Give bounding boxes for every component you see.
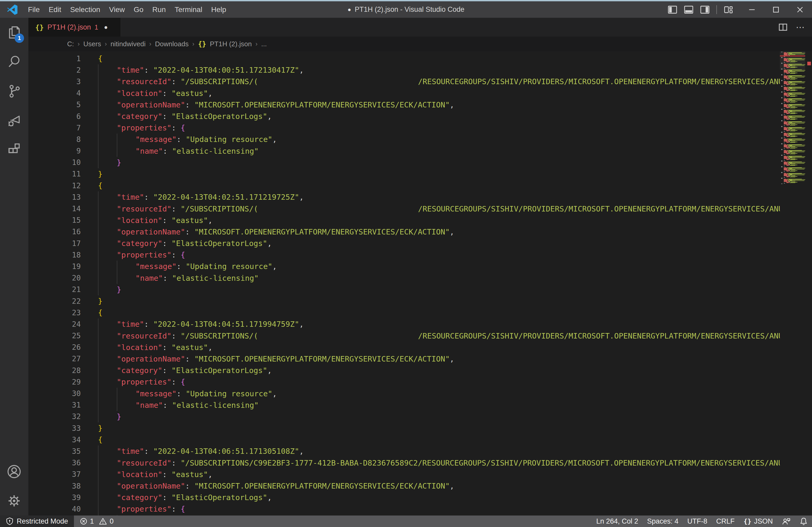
- cursor-position[interactable]: Ln 264, Col 2: [596, 517, 638, 525]
- code-token: "resourceId": [117, 458, 172, 467]
- code-line: 20"name": "elastic-licensing": [28, 272, 812, 284]
- code-token: {: [98, 181, 102, 190]
- code-token: "time": [117, 320, 144, 329]
- code-token: "time": [117, 193, 144, 201]
- toggle-panel-icon[interactable]: [684, 5, 693, 14]
- maximize-button[interactable]: [764, 1, 788, 18]
- problems-button[interactable]: 1 0: [74, 515, 119, 527]
- encoding[interactable]: UTF-8: [687, 517, 708, 525]
- customize-layout-icon[interactable]: [724, 5, 733, 14]
- code-token: :: [162, 112, 171, 121]
- notifications-bell-icon[interactable]: [799, 517, 808, 525]
- breadcrumb-item[interactable]: Downloads: [155, 40, 189, 48]
- minimize-button[interactable]: [740, 1, 764, 18]
- code-token: "location": [117, 89, 162, 98]
- indent-guide: [98, 157, 117, 168]
- code-token: :: [162, 470, 171, 479]
- indent-guide: [98, 480, 117, 492]
- indent-guide: [117, 388, 135, 399]
- indent-guide: [98, 88, 117, 99]
- json-braces-icon: {}: [743, 517, 751, 525]
- indent-guide: [117, 261, 135, 272]
- menu-edit[interactable]: Edit: [44, 1, 66, 18]
- overview-ruler: [805, 51, 812, 515]
- code-token: }: [117, 158, 121, 167]
- breadcrumb-item[interactable]: C:: [67, 40, 74, 48]
- sidebar-item-explorer[interactable]: 1: [0, 18, 28, 47]
- tab-pt1h-json[interactable]: {} PT1H (2).json 1 ●: [28, 18, 120, 37]
- minimap[interactable]: [780, 51, 812, 515]
- code-token: :: [144, 447, 154, 456]
- code-token: "2022-04-13T04:06:51.171305108Z": [153, 447, 299, 456]
- line-number: 36: [28, 458, 81, 467]
- code-token: "eastus": [171, 89, 208, 98]
- indent-guide: [98, 411, 117, 423]
- restricted-mode-button[interactable]: Restricted Mode: [0, 515, 74, 527]
- eol-sequence[interactable]: CRLF: [716, 517, 735, 525]
- account-button[interactable]: [0, 457, 28, 486]
- feedback-icon[interactable]: [782, 517, 791, 525]
- breadcrumb-item[interactable]: Users: [83, 40, 101, 48]
- indent-guide: [98, 469, 117, 480]
- account-icon: [6, 464, 22, 480]
- sidebar-item-source-control[interactable]: [0, 76, 28, 105]
- tab-dirty-dot[interactable]: ●: [104, 24, 108, 31]
- code-token: "ElasticOperatorLogs": [171, 239, 267, 248]
- sidebar-item-search[interactable]: [0, 47, 28, 76]
- code-token: {: [98, 54, 102, 63]
- menu-terminal[interactable]: Terminal: [170, 1, 207, 18]
- source-control-icon: [6, 83, 22, 99]
- code-token: :: [185, 355, 194, 364]
- titlebar-separator: [716, 5, 717, 14]
- code-token: ,: [272, 389, 277, 398]
- code-token: "time": [117, 66, 144, 74]
- line-number: 38: [28, 482, 81, 490]
- code-token: ,: [450, 482, 454, 490]
- sidebar-item-extensions[interactable]: [0, 135, 28, 164]
- breadcrumb-tail[interactable]: ...: [261, 40, 267, 48]
- settings-button[interactable]: [0, 486, 28, 515]
- menu-help[interactable]: Help: [207, 1, 231, 18]
- code-token: :: [163, 147, 172, 156]
- run-and-debug-icon: [6, 112, 22, 128]
- indentation[interactable]: Spaces: 4: [647, 517, 679, 525]
- close-button[interactable]: [788, 1, 812, 18]
- code-line: 39"category": "ElasticOperatorLogs",: [28, 492, 812, 503]
- toggle-primary-sidebar-icon[interactable]: [668, 5, 677, 14]
- line-number: 27: [28, 355, 81, 363]
- code-line: 8"message": "Updating resource",: [28, 133, 812, 145]
- code-line: 10}: [28, 157, 812, 168]
- sidebar-item-run-debug[interactable]: [0, 105, 28, 135]
- language-mode[interactable]: {} JSON: [743, 517, 773, 525]
- code-token: "name": [135, 274, 163, 283]
- code-line: 7"properties": {: [28, 122, 812, 133]
- code-token: "2022-04-13T04:04:51.171994759Z": [153, 320, 299, 329]
- line-number: 6: [28, 112, 81, 121]
- breadcrumb-file[interactable]: PT1H (2).json: [210, 40, 251, 48]
- editor[interactable]: 1{2"time": "2022-04-13T04:00:51.17213041…: [28, 51, 812, 515]
- extensions-icon: [6, 141, 22, 158]
- code-line: 3"resourceId": "/SUBSCRIPTIONS/(/RESOURC…: [28, 76, 812, 87]
- menu-go[interactable]: Go: [129, 1, 148, 18]
- line-number: 29: [28, 378, 81, 386]
- breadcrumb-item[interactable]: nitindwivedi: [111, 40, 146, 48]
- menu-selection[interactable]: Selection: [66, 1, 104, 18]
- line-number: 28: [28, 366, 81, 375]
- more-actions-icon[interactable]: ⋯: [796, 22, 806, 32]
- code-token: :: [163, 274, 172, 283]
- code-token: "resourceId": [117, 331, 172, 340]
- tab-bar: {} PT1H (2).json 1 ● ⋯: [28, 18, 812, 37]
- code-token: "MICROSOFT.OPENENERGYPLATFORM/ENERGYSERV…: [194, 100, 450, 109]
- code-token: /RESOURCEGROUPS/SISHIV/PROVIDERS/MICROSO…: [418, 77, 787, 86]
- code-token: ,: [267, 112, 272, 121]
- menu-file[interactable]: File: [24, 1, 44, 18]
- indent-guide: [98, 399, 117, 411]
- split-editor-icon[interactable]: [778, 22, 788, 32]
- code-token: :: [162, 493, 171, 502]
- json-braces-icon[interactable]: {}: [198, 40, 206, 48]
- code-token: :: [162, 216, 171, 225]
- toggle-secondary-sidebar-icon[interactable]: [700, 5, 710, 14]
- menu-run[interactable]: Run: [148, 1, 170, 18]
- code-token: "properties": [117, 504, 172, 513]
- menu-view[interactable]: View: [105, 1, 129, 18]
